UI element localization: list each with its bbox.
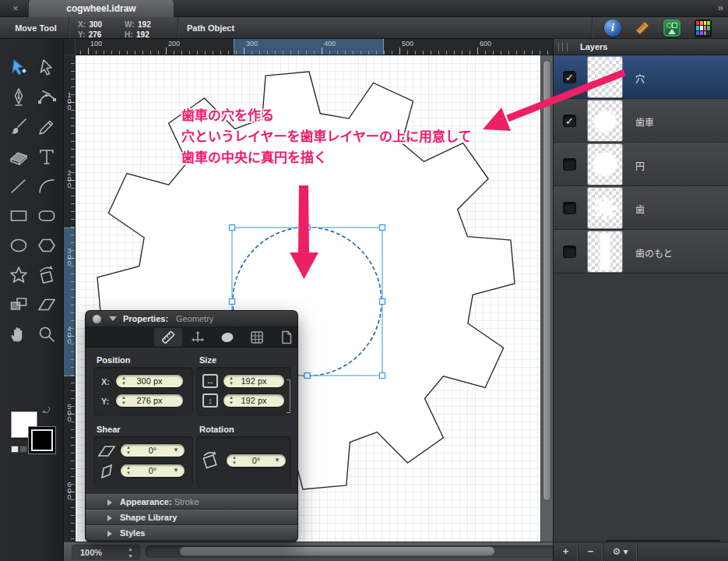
layer-name[interactable]: 穴 bbox=[635, 72, 645, 85]
layer-thumbnail[interactable] bbox=[588, 144, 622, 185]
stepper-icon[interactable]: ▲▼ bbox=[126, 445, 131, 456]
zoom-tool[interactable] bbox=[33, 319, 61, 349]
hand-tool[interactable] bbox=[5, 319, 33, 349]
stepper-icon[interactable]: ▲▼ bbox=[229, 376, 234, 386]
brush-tool[interactable] bbox=[5, 112, 33, 142]
properties-panel: Properties: Geometry bbox=[86, 311, 297, 542]
tab-page[interactable] bbox=[273, 328, 301, 347]
horizontal-scrollbar[interactable] bbox=[145, 545, 603, 558]
shape-blob-icon bbox=[220, 330, 235, 345]
tab-geometry-ruler[interactable] bbox=[154, 328, 182, 347]
disclosure-triangle-icon[interactable] bbox=[109, 316, 117, 321]
appearance-section-bar[interactable]: Appearance: Stroke bbox=[86, 494, 297, 510]
layer-row[interactable]: 歯のもと bbox=[554, 230, 728, 273]
stepper-icon[interactable]: ▲▼ bbox=[121, 395, 126, 406]
size-section-label: Size bbox=[199, 355, 216, 365]
overflow-chevron-icon[interactable]: » bbox=[718, 2, 723, 13]
panel-close-button[interactable] bbox=[93, 315, 101, 323]
properties-tabs bbox=[86, 327, 297, 348]
tab-shape[interactable] bbox=[213, 328, 241, 347]
dropdown-arrow-icon[interactable]: ▼ bbox=[173, 444, 179, 457]
x-position-field[interactable]: ▲▼ 300 px bbox=[115, 374, 184, 388]
shear-h-field[interactable]: ▲▼ 0° ▼ bbox=[120, 443, 185, 457]
width-field[interactable]: ▲▼ 192 px bbox=[223, 374, 285, 388]
ruler-tick bbox=[197, 51, 198, 55]
swap-colors-icon[interactable]: ⤾ bbox=[43, 405, 50, 415]
x-field-label: X: bbox=[101, 377, 110, 386]
zoom-stepper-icon[interactable]: ▲▼ bbox=[128, 545, 133, 559]
height-field[interactable]: ▲▼ 192 px bbox=[223, 393, 285, 408]
shapes-library-icon[interactable] bbox=[663, 19, 681, 37]
line-tool[interactable] bbox=[5, 171, 33, 201]
default-colors-icon[interactable] bbox=[11, 446, 19, 453]
layer-visibility-checkbox[interactable]: ✓ bbox=[563, 115, 576, 127]
stepper-icon[interactable]: ▲▼ bbox=[229, 395, 234, 406]
layer-row[interactable]: ✓歯車 bbox=[554, 99, 728, 143]
color-palette-icon[interactable] bbox=[695, 19, 712, 37]
dropdown-arrow-icon[interactable]: ▼ bbox=[274, 454, 280, 467]
direct-select-tool[interactable] bbox=[33, 53, 61, 83]
stepper-icon[interactable]: ▲▼ bbox=[126, 465, 131, 476]
shear-v-field[interactable]: ▲▼ 0° ▼ bbox=[120, 464, 185, 478]
tool-palette-grid bbox=[5, 53, 61, 349]
eraser-tool[interactable] bbox=[5, 142, 33, 171]
arc-tool[interactable] bbox=[33, 171, 61, 201]
vertical-scrollbar-thumb[interactable] bbox=[543, 60, 551, 501]
size-link-icon[interactable] bbox=[287, 379, 290, 413]
layers-panel-header[interactable]: Layers bbox=[554, 39, 728, 55]
combine-tool[interactable] bbox=[5, 290, 33, 319]
transform-tool[interactable] bbox=[33, 260, 61, 290]
stepper-icon[interactable]: ▲▼ bbox=[121, 376, 126, 386]
layer-name[interactable]: 円 bbox=[635, 159, 645, 172]
pen-tool[interactable] bbox=[5, 83, 33, 112]
rotation-field[interactable]: ▲▼ 0° ▼ bbox=[226, 453, 287, 468]
layer-thumbnail[interactable] bbox=[588, 101, 622, 141]
y-position-field[interactable]: ▲▼ 276 px bbox=[115, 393, 184, 408]
add-layer-button[interactable]: + bbox=[554, 542, 579, 561]
layer-visibility-checkbox[interactable] bbox=[563, 245, 576, 258]
layer-thumbnail[interactable] bbox=[588, 57, 622, 97]
vertical-shear-icon bbox=[100, 464, 114, 479]
tab-transform[interactable] bbox=[184, 328, 212, 347]
layer-thumbnail[interactable] bbox=[588, 231, 622, 272]
layer-visibility-checkbox[interactable] bbox=[563, 158, 576, 171]
stroke-color-swatch[interactable] bbox=[28, 426, 56, 454]
layer-visibility-checkbox[interactable] bbox=[563, 202, 576, 214]
layer-settings-button[interactable]: ⚙ ▾ bbox=[603, 542, 638, 561]
ellipse-tool[interactable] bbox=[5, 231, 33, 260]
close-icon[interactable]: × bbox=[9, 2, 22, 15]
pencil-tool[interactable] bbox=[33, 112, 61, 142]
layer-name[interactable]: 歯 bbox=[635, 203, 645, 216]
stepper-icon[interactable]: ▲▼ bbox=[232, 455, 237, 466]
layer-visibility-checkbox[interactable]: ✓ bbox=[563, 71, 576, 83]
default-colors-icon[interactable] bbox=[19, 446, 27, 453]
star-tool[interactable] bbox=[5, 260, 33, 290]
styles-section-bar[interactable]: Styles bbox=[86, 525, 297, 541]
layer-thumbnail[interactable] bbox=[588, 188, 622, 228]
layer-row[interactable]: ✓穴 bbox=[554, 55, 728, 99]
text-tool[interactable] bbox=[33, 142, 61, 171]
properties-panel-header[interactable]: Properties: Geometry bbox=[86, 311, 297, 327]
shape-library-section-bar[interactable]: Shape Library bbox=[86, 510, 297, 525]
polygon-tool[interactable] bbox=[33, 231, 61, 260]
zoom-control[interactable]: 100% ▲▼ bbox=[72, 545, 140, 559]
horizontal-scrollbar-thumb[interactable] bbox=[179, 546, 495, 556]
dropdown-arrow-icon[interactable]: ▼ bbox=[173, 464, 179, 477]
node-tool[interactable] bbox=[33, 83, 61, 112]
shear-tool[interactable] bbox=[33, 290, 61, 319]
ruler-icon[interactable] bbox=[634, 19, 651, 37]
move-tool[interactable] bbox=[5, 53, 33, 83]
rounded-rect-tool[interactable] bbox=[33, 201, 61, 231]
document-tab[interactable]: cogwheel.idraw bbox=[28, 0, 174, 17]
rectangle-tool[interactable] bbox=[5, 201, 33, 231]
layer-name[interactable]: 歯のもと bbox=[635, 246, 673, 259]
layer-row[interactable]: 歯 bbox=[554, 186, 728, 230]
layer-name[interactable]: 歯車 bbox=[635, 115, 654, 129]
layer-row[interactable]: 円 bbox=[554, 143, 728, 186]
tab-grid[interactable] bbox=[243, 328, 271, 347]
vertical-scrollbar[interactable] bbox=[540, 55, 553, 542]
panel-grip-icon[interactable] bbox=[558, 43, 568, 51]
ruler-tick bbox=[71, 515, 75, 516]
remove-layer-button[interactable]: − bbox=[579, 542, 603, 561]
info-icon[interactable]: i bbox=[604, 19, 621, 37]
